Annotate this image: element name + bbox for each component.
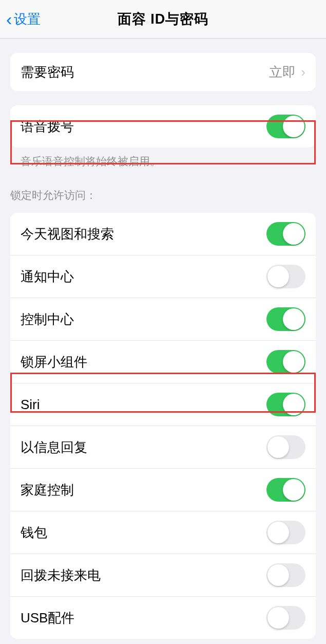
passcode-group: 需要密码 立即 › [10, 53, 316, 91]
lock-access-toggle[interactable] [266, 393, 305, 416]
lock-access-footer: iPhone锁定超过一小时后，需先解锁iPhone才能允许USB配件连接。 [10, 639, 316, 644]
lock-access-item-label: 今天视图和搜索 [21, 225, 114, 243]
lock-access-toggle[interactable] [266, 563, 305, 587]
lock-access-toggle[interactable] [266, 478, 305, 502]
lock-access-row: 通知中心 [10, 255, 316, 298]
lock-access-item-label: 家庭控制 [21, 481, 74, 499]
require-passcode-label: 需要密码 [21, 63, 74, 81]
toggle-knob [267, 522, 289, 543]
toggle-knob [283, 116, 304, 137]
toggle-knob [267, 266, 289, 287]
settings-content: 需要密码 立即 › 语音拨号 音乐语音控制将始终被启用。 锁定时允许访问： 今天… [0, 53, 326, 644]
lock-access-row: USB配件 [10, 597, 316, 639]
voice-dial-group: 语音拨号 音乐语音控制将始终被启用。 [10, 105, 316, 169]
require-passcode-row[interactable]: 需要密码 立即 › [10, 53, 316, 91]
page-title: 面容 ID与密码 [118, 10, 209, 28]
toggle-knob [267, 607, 289, 629]
lock-access-toggle[interactable] [266, 307, 305, 331]
lock-access-row: 锁屏小组件 [10, 341, 316, 383]
lock-access-row: 家庭控制 [10, 469, 316, 511]
lock-access-toggle[interactable] [266, 350, 305, 374]
lock-access-item-label: 控制中心 [21, 310, 74, 328]
voice-dial-label: 语音拨号 [21, 118, 74, 136]
lock-access-group: 今天视图和搜索通知中心控制中心锁屏小组件Siri以信息回复家庭控制钱包回拨未接来… [10, 213, 316, 644]
lock-access-row: 回拨未接来电 [10, 554, 316, 597]
toggle-knob [283, 223, 304, 245]
lock-access-toggle[interactable] [266, 435, 305, 459]
lock-access-item-label: USB配件 [21, 609, 74, 627]
voice-dial-footer: 音乐语音控制将始终被启用。 [10, 148, 316, 169]
chevron-right-icon: › [301, 64, 305, 80]
lock-access-row: Siri [10, 383, 316, 426]
lock-access-row: 今天视图和搜索 [10, 213, 316, 255]
lock-access-toggle[interactable] [266, 606, 305, 630]
lock-access-row: 以信息回复 [10, 426, 316, 469]
lock-access-item-label: Siri [21, 397, 40, 413]
lock-access-item-label: 回拨未接来电 [21, 566, 101, 584]
lock-access-row: 钱包 [10, 511, 316, 554]
voice-dial-toggle[interactable] [266, 115, 305, 138]
toggle-knob [283, 308, 304, 330]
lock-access-item-label: 通知中心 [21, 268, 74, 286]
back-label: 设置 [14, 10, 41, 28]
lock-access-header: 锁定时允许访问： [0, 188, 326, 208]
back-button[interactable]: ‹ 设置 [0, 9, 41, 29]
require-passcode-value: 立即 › [269, 63, 305, 81]
lock-access-toggle[interactable] [266, 222, 305, 246]
toggle-knob [267, 436, 289, 458]
voice-dial-row: 语音拨号 [10, 105, 316, 148]
lock-access-toggle[interactable] [266, 265, 305, 288]
toggle-knob [283, 394, 304, 415]
lock-access-item-label: 锁屏小组件 [21, 353, 87, 371]
chevron-left-icon: ‹ [6, 9, 12, 29]
lock-access-item-label: 以信息回复 [21, 438, 87, 456]
toggle-knob [267, 564, 289, 586]
toggle-knob [283, 351, 304, 373]
lock-access-row: 控制中心 [10, 298, 316, 341]
navigation-header: ‹ 设置 面容 ID与密码 [0, 0, 326, 39]
lock-access-item-label: 钱包 [21, 524, 47, 542]
toggle-knob [283, 479, 304, 501]
lock-access-toggle[interactable] [266, 521, 305, 544]
